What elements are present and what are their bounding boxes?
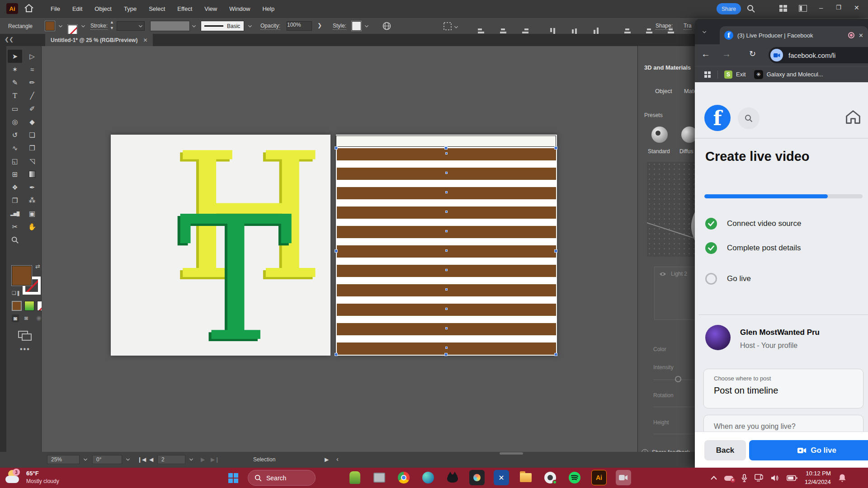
- stroke-chevron-icon[interactable]: [81, 25, 85, 28]
- status-play-icon[interactable]: ▶: [325, 456, 329, 463]
- distribute-top-icon[interactable]: [623, 28, 632, 34]
- pen-tool[interactable]: ✎: [8, 76, 22, 89]
- distribute-vcenter-icon[interactable]: [645, 28, 653, 34]
- slice-tool[interactable]: ✂: [8, 220, 22, 233]
- taskbar-search[interactable]: Search: [248, 470, 316, 486]
- battery-icon[interactable]: [787, 475, 797, 481]
- next-artboard-icon[interactable]: ▶: [201, 456, 205, 463]
- selection-handle[interactable]: [554, 249, 557, 253]
- rectangle-tool[interactable]: ▭: [8, 102, 22, 115]
- document-tab-close-icon[interactable]: ✕: [143, 37, 147, 43]
- scale-tool[interactable]: ❏: [25, 128, 39, 141]
- draw-inside-mode-icon[interactable]: ◉: [36, 314, 41, 321]
- forward-icon[interactable]: →: [722, 49, 731, 59]
- go-live-button[interactable]: Go live: [749, 440, 868, 460]
- document-setup-globe-icon[interactable]: [382, 22, 391, 30]
- symbol-sprayer-tool[interactable]: ⁂: [25, 194, 39, 207]
- variable-width-profile[interactable]: [150, 21, 190, 31]
- brush-definition[interactable]: Basic: [201, 21, 244, 31]
- home-nav-icon[interactable]: [845, 109, 861, 125]
- taskbar-icon-game-character[interactable]: [347, 470, 363, 485]
- workspace-switcher-icon[interactable]: [799, 5, 807, 12]
- align-left-icon[interactable]: [477, 28, 486, 34]
- speaker-icon[interactable]: [771, 474, 779, 482]
- taskbar-icon-chrome[interactable]: [396, 470, 411, 485]
- menu-select[interactable]: Select: [149, 5, 165, 12]
- artboard-1[interactable]: H H T T: [111, 135, 330, 356]
- align-vcenter-icon[interactable]: [571, 28, 579, 34]
- taskbar-icon-davinci-resolve[interactable]: [469, 470, 485, 485]
- column-graph-tool[interactable]: ▂▅█: [8, 207, 22, 220]
- stroke-weight-chevron-icon[interactable]: [138, 25, 143, 28]
- line-segment-tool[interactable]: ╱: [25, 89, 39, 102]
- stroke-color-swatch[interactable]: [68, 25, 77, 34]
- fill-color-swatch[interactable]: [45, 21, 55, 31]
- bookmark-exit[interactable]: Exit: [736, 71, 746, 78]
- edit-toolbar-ellipsis-icon[interactable]: •••: [20, 345, 30, 353]
- page-search-button[interactable]: [738, 108, 760, 129]
- taskbar-icon-file-explorer[interactable]: [518, 470, 533, 485]
- shaper-tool[interactable]: ◎: [8, 115, 22, 128]
- blend-tool[interactable]: ❖: [8, 181, 22, 194]
- arrange-documents-icon[interactable]: [779, 5, 787, 12]
- artboard-number-field[interactable]: 2: [157, 455, 185, 464]
- width-tool[interactable]: ∿: [8, 141, 22, 155]
- transform-label[interactable]: Tra: [684, 23, 692, 30]
- menu-effect[interactable]: Effect: [177, 5, 192, 12]
- taskbar-icon-window-app[interactable]: [372, 470, 387, 485]
- browser-tab[interactable]: f (3) Live Producer | Facebook ✕: [720, 26, 868, 44]
- draw-normal-mode-icon[interactable]: ◙: [12, 314, 19, 322]
- color-button[interactable]: [12, 301, 22, 311]
- striped-rectangle-selection[interactable]: [337, 148, 556, 355]
- opacity-label[interactable]: Opacity:: [260, 23, 280, 30]
- last-artboard-icon[interactable]: ▶❙: [211, 456, 219, 463]
- taskbar-icon-illustrator[interactable]: Ai: [591, 470, 607, 485]
- selection-tool[interactable]: ➤: [8, 50, 22, 63]
- free-transform-tool[interactable]: ❐: [25, 141, 39, 155]
- intensity-slider-knob[interactable]: [675, 376, 681, 382]
- menu-file[interactable]: File: [51, 5, 60, 12]
- shape-builder-tool[interactable]: ◱: [8, 155, 22, 168]
- bounding-box-chevron-icon[interactable]: [454, 26, 458, 28]
- schedule-card[interactable]: When are you going live?: [703, 415, 863, 432]
- preset-standard-icon[interactable]: [651, 127, 668, 143]
- taskbar-icon-cat-app[interactable]: [445, 470, 460, 485]
- camera-tab-icon[interactable]: [770, 49, 783, 61]
- step-complete-post-details[interactable]: Complete post details: [705, 242, 863, 254]
- url-text[interactable]: facebook.com/li: [788, 52, 835, 59]
- minimize-button[interactable]: –: [819, 4, 823, 11]
- menu-type[interactable]: Type: [124, 5, 137, 12]
- selection-handle[interactable]: [444, 353, 448, 356]
- artboard-2[interactable]: [336, 135, 557, 356]
- eyedropper-tool[interactable]: ✒: [25, 181, 39, 194]
- notification-bell-icon[interactable]: [838, 474, 846, 483]
- type-tool[interactable]: T: [8, 89, 22, 102]
- brush-chevron-icon[interactable]: [248, 25, 252, 28]
- first-artboard-icon[interactable]: ❙◀: [137, 456, 146, 463]
- magic-wand-tool[interactable]: ✶: [8, 63, 22, 76]
- style-swatch[interactable]: [352, 21, 361, 31]
- onedrive-offline-icon[interactable]: ✕: [724, 475, 734, 481]
- url-bar[interactable]: facebook.com/li: [769, 47, 868, 63]
- align-center-icon[interactable]: [499, 28, 507, 34]
- weather-widget[interactable]: 3 65°F Mostly cloudy: [5, 469, 59, 486]
- lasso-tool[interactable]: ≈: [25, 63, 39, 76]
- step-go-live[interactable]: Go live: [705, 273, 863, 285]
- menu-edit[interactable]: Edit: [72, 5, 82, 12]
- taskbar-icon-spotify[interactable]: [567, 470, 582, 485]
- selection-handle[interactable]: [335, 146, 338, 150]
- tray-expand-chevron-icon[interactable]: [711, 476, 717, 480]
- artboard-tool[interactable]: ▣: [25, 207, 39, 220]
- stroke-stepper[interactable]: ▲▼: [110, 19, 114, 31]
- selection-handle[interactable]: [335, 353, 338, 356]
- selection-handle[interactable]: [554, 146, 557, 150]
- menu-help[interactable]: Help: [262, 5, 274, 12]
- swap-fill-stroke-icon[interactable]: ⇄: [35, 263, 40, 270]
- style-label[interactable]: Style:: [333, 23, 346, 30]
- opacity-field[interactable]: 100%: [287, 21, 312, 31]
- taskbar-icon-edge[interactable]: [420, 470, 436, 485]
- direct-selection-tool[interactable]: ▷: [25, 50, 39, 63]
- screen-mode-icon[interactable]: [18, 331, 32, 341]
- perspective-grid-tool[interactable]: ◹: [25, 155, 39, 168]
- width-profile-chevron-icon[interactable]: [192, 25, 196, 28]
